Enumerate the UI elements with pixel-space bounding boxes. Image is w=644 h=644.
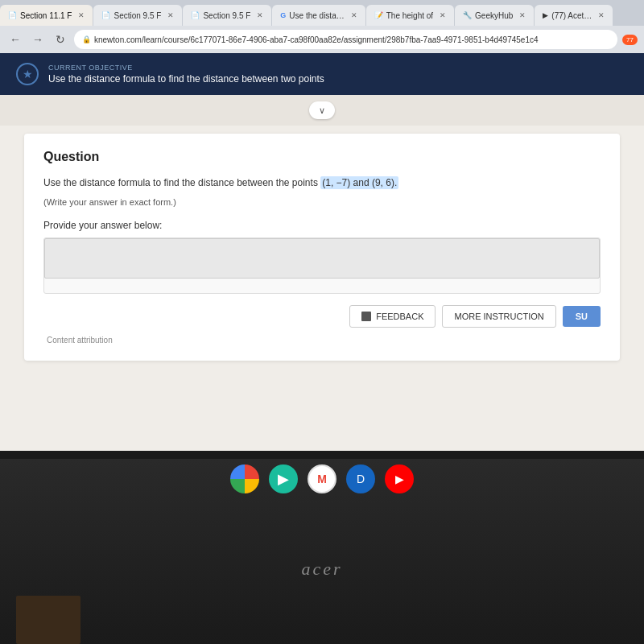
address-bar[interactable]: 🔒 knewton.com/learn/course/6c177071-86e7…	[74, 30, 617, 49]
notification-badge: 77	[622, 35, 638, 45]
tab-label-4: Use the dista…	[289, 11, 344, 20]
tab-section-95b[interactable]: 📄 Section 9.5 F ✕	[183, 5, 271, 26]
tab-acet[interactable]: ▶ (77) Acet… ✕	[535, 5, 613, 26]
tab-label-5: The height of	[386, 11, 433, 20]
content-attribution: Content attribution	[43, 336, 601, 345]
desk-object	[16, 596, 80, 644]
gmail-taskbar-icon[interactable]: M	[308, 464, 336, 493]
taskbar: ▶ M D ▶	[0, 459, 644, 499]
objective-icon: ★	[16, 63, 39, 85]
play-taskbar-icon[interactable]: ▶	[269, 464, 298, 493]
tab-label-2: Section 9.5 F	[114, 11, 161, 20]
tab-label-7: (77) Acet…	[551, 11, 592, 20]
desk-area: ▶ M D ▶ acer	[0, 459, 644, 644]
objective-label: CURRENT OBJECTIVE	[48, 64, 324, 72]
feedback-label: FEEDBACK	[376, 312, 423, 321]
tab-close-icon-6[interactable]: ✕	[519, 11, 526, 19]
back-button[interactable]: ←	[6, 31, 24, 48]
feedback-button[interactable]: FEEDBACK	[349, 305, 436, 328]
question-body-text: Use the distance formula to find the dis…	[43, 177, 320, 188]
answer-input-area[interactable]	[43, 237, 601, 294]
tab-section-111-active[interactable]: 📄 Section 11.1 F ✕	[0, 5, 93, 26]
tab-close-icon[interactable]: ✕	[78, 11, 85, 19]
button-row: FEEDBACK MORE INSTRUCTION SU	[43, 305, 601, 328]
feedback-icon	[361, 312, 371, 321]
tab-label: Section 11.1 F	[20, 11, 72, 20]
tab-height[interactable]: 📝 The height of ✕	[366, 5, 454, 26]
tab-close-icon-2[interactable]: ✕	[167, 11, 174, 19]
tab-section-95[interactable]: 📄 Section 9.5 F ✕	[93, 5, 182, 26]
lock-icon: 🔒	[82, 35, 91, 43]
objective-banner: ★ CURRENT OBJECTIVE Use the distance for…	[0, 53, 644, 95]
tab-label-6: GeekyHub	[475, 11, 513, 20]
youtube-taskbar-icon[interactable]: ▶	[385, 464, 414, 493]
tab-use-distance[interactable]: G Use the dista… ✕	[272, 5, 365, 26]
collapse-button[interactable]: ∨	[309, 101, 335, 119]
question-body: Use the distance formula to find the dis…	[43, 175, 601, 191]
tab-close-icon-4[interactable]: ✕	[351, 11, 357, 19]
chrome-taskbar-icon[interactable]	[230, 464, 259, 493]
address-bar-row: ← → ↻ 🔒 knewton.com/learn/course/6c17707…	[0, 26, 644, 53]
math-input-area[interactable]	[44, 238, 600, 279]
tab-close-icon-3[interactable]: ✕	[257, 11, 263, 19]
tab-label-3: Section 9.5 F	[203, 11, 250, 20]
objective-text-block: CURRENT OBJECTIVE Use the distance formu…	[48, 64, 324, 85]
submit-label: SU	[576, 312, 588, 321]
refresh-button[interactable]: ↻	[52, 31, 69, 48]
submit-button[interactable]: SU	[563, 306, 601, 327]
collapse-row: ∨	[0, 95, 644, 126]
question-title: Question	[43, 150, 601, 164]
acer-logo: acer	[301, 559, 342, 580]
tab-close-icon-7[interactable]: ✕	[598, 11, 605, 19]
more-instruction-button[interactable]: MORE INSTRUCTION	[442, 305, 555, 328]
question-card: Question Use the distance formula to fin…	[24, 134, 620, 361]
more-instruction-label: MORE INSTRUCTION	[454, 312, 543, 321]
address-text: knewton.com/learn/course/6c177071-86e7-4…	[94, 35, 539, 44]
forward-button[interactable]: →	[29, 31, 47, 48]
objective-description: Use the distance formula to find the dis…	[48, 73, 324, 85]
question-highlight: (1, −7) and (9, 6).	[320, 176, 398, 189]
tab-close-icon-5[interactable]: ✕	[440, 11, 446, 19]
question-note: (Write your answer in exact form.)	[43, 197, 601, 207]
provide-answer-label: Provide your answer below:	[43, 220, 601, 231]
docs-taskbar-icon[interactable]: D	[346, 464, 375, 493]
tab-bar: 📄 Section 11.1 F ✕ 📄 Section 9.5 F ✕ 📄 S…	[0, 0, 644, 26]
tab-geekyhub[interactable]: 🔧 GeekyHub ✕	[455, 5, 534, 26]
